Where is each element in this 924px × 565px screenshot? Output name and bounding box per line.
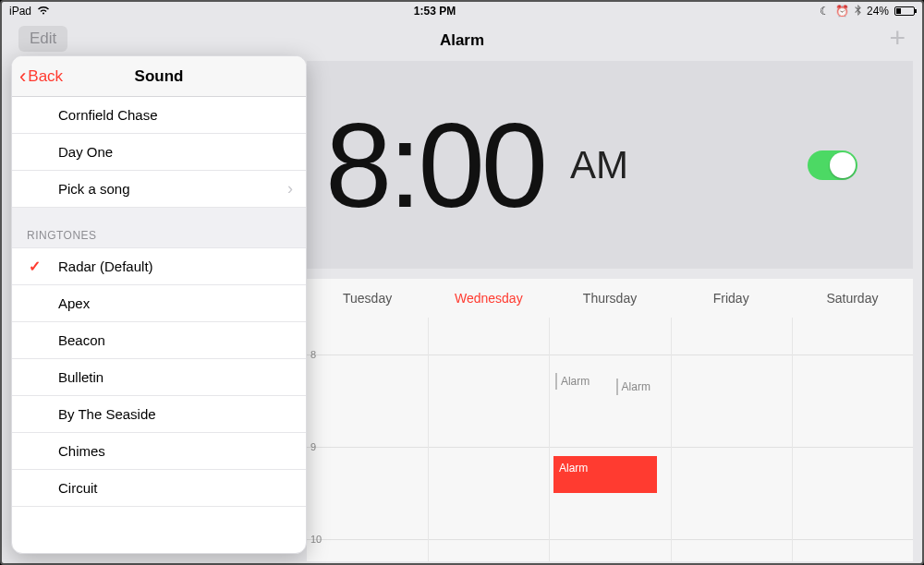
popover-title: Sound (135, 67, 184, 86)
ringtone-option[interactable]: Beacon (12, 322, 306, 359)
alarm-toggle[interactable] (808, 150, 857, 180)
schedule-event-current[interactable]: Alarm (553, 456, 657, 493)
ringtone-label: Bulletin (58, 369, 103, 385)
ringtone-option[interactable]: Chimes (12, 433, 306, 470)
ringtone-option[interactable]: Circuit (12, 470, 306, 507)
hour-label-9: 9 (307, 441, 316, 452)
ringtone-label: Circuit (58, 480, 98, 496)
day-header: Tuesday Wednesday Thursday Friday Saturd… (307, 279, 913, 318)
day-tuesday[interactable]: Tuesday (307, 291, 428, 306)
ringtone-option[interactable]: By The Seaside (12, 396, 306, 433)
ringtone-option[interactable]: Apex (12, 285, 306, 322)
song-label: Pick a song (58, 181, 130, 197)
page-title: Alarm (440, 31, 484, 50)
day-saturday[interactable]: Saturday (792, 291, 913, 306)
popover-nav: ‹ Back Sound (12, 56, 306, 97)
day-friday[interactable]: Friday (671, 291, 792, 306)
alarm-tile[interactable]: 8 : 00 AM (307, 61, 913, 269)
edit-button[interactable]: Edit (18, 26, 67, 52)
song-option[interactable]: Day One (12, 134, 306, 171)
song-label: Day One (58, 144, 113, 160)
hour-line (307, 355, 913, 355)
status-bar: iPad 1:53 PM ☾ ⏰ 24% (2, 2, 922, 20)
schedule-grid: 8 9 10 Alarm Alarm Alarm (307, 318, 913, 561)
day-wednesday[interactable]: Wednesday (428, 291, 549, 306)
dnd-icon: ☾ (820, 5, 830, 18)
battery-icon (894, 6, 915, 16)
ringtone-label: By The Seaside (58, 406, 156, 422)
chevron-right-icon: › (287, 179, 293, 198)
alarm-ampm: AM (570, 143, 628, 187)
ringtone-label: Beacon (58, 332, 105, 348)
add-alarm-button[interactable]: + (889, 24, 906, 52)
grid-vline (671, 318, 672, 561)
hour-line (307, 447, 913, 448)
grid-vline (428, 318, 429, 561)
grid-vline (792, 318, 793, 561)
alarm-status-icon: ⏰ (835, 5, 849, 18)
hour-label-8: 8 (307, 349, 316, 360)
device-label: iPad (9, 5, 31, 18)
pick-song-option[interactable]: Pick a song › (12, 171, 306, 208)
schedule-panel: Tuesday Wednesday Thursday Friday Saturd… (307, 279, 913, 561)
hour-line (307, 539, 913, 540)
schedule-event[interactable]: Alarm (616, 379, 650, 395)
checkmark-icon: ✓ (29, 258, 41, 275)
ringtone-label: Apex (58, 295, 90, 311)
grid-vline (549, 318, 550, 561)
back-label: Back (28, 67, 63, 86)
song-option[interactable]: Cornfield Chase (12, 97, 306, 134)
back-button[interactable]: ‹ Back (19, 67, 63, 86)
app-screen: iPad 1:53 PM ☾ ⏰ 24% Edit Alarm + 8 : 00… (0, 0, 924, 565)
alarm-colon: : (388, 96, 418, 234)
alarm-hour: 8 (325, 96, 388, 234)
battery-pct: 24% (867, 5, 889, 18)
ringtones-section-header: RINGTONES (12, 208, 306, 248)
toggle-knob (830, 152, 856, 178)
day-thursday[interactable]: Thursday (549, 291, 670, 306)
status-time: 1:53 PM (414, 5, 456, 18)
bluetooth-icon (855, 5, 861, 18)
ringtone-label: Chimes (58, 443, 105, 459)
ringtone-label: Radar (Default) (58, 258, 153, 274)
alarm-minutes: 00 (418, 96, 544, 234)
hour-label-10: 10 (307, 534, 322, 545)
ringtone-option[interactable]: ✓ Radar (Default) (12, 248, 306, 285)
ringtone-option[interactable]: Bulletin (12, 359, 306, 396)
song-label: Cornfield Chase (58, 107, 158, 123)
sound-picker-popover: ‹ Back Sound Cornfield Chase Day One Pic… (11, 55, 307, 554)
schedule-event[interactable]: Alarm (555, 373, 590, 390)
wifi-icon (37, 5, 50, 18)
alarm-time: 8 : 00 (325, 96, 544, 234)
sound-list[interactable]: Cornfield Chase Day One Pick a song › RI… (12, 97, 306, 553)
